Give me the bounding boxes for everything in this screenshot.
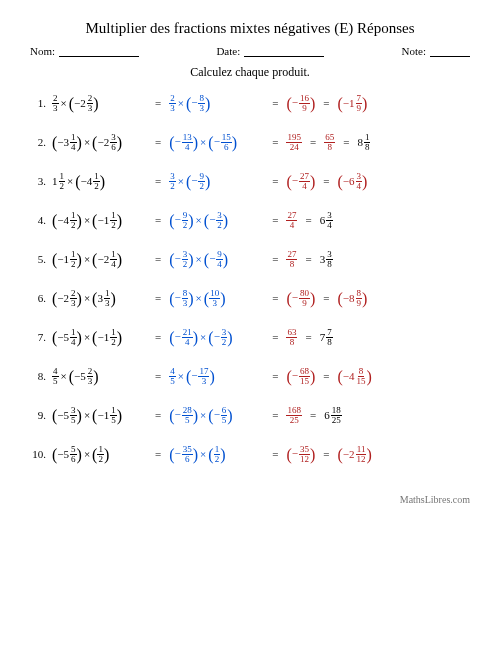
problem-row: 9.−535×−115=285×65=16825=61825: [30, 406, 470, 425]
problem-row: 4.−412×−112=92×32=274=634: [30, 211, 470, 230]
problem-number: 1.: [30, 98, 46, 109]
problem-number: 4.: [30, 215, 46, 226]
problem-number: 10.: [30, 449, 46, 460]
problem-number: 7.: [30, 332, 46, 343]
problem-row: 5.−112×−214=32×94=278=338: [30, 250, 470, 269]
problem-row: 2.−314×−236=134×156=19524=658=818: [30, 133, 470, 152]
problem-row: 8.45×−523=45×173=6815=−4815: [30, 367, 470, 386]
problem-row: 3.112×−412=32×92=274=−634: [30, 172, 470, 191]
problem-number: 2.: [30, 137, 46, 148]
note-field: Note:: [402, 45, 470, 57]
instruction: Calculez chaque produit.: [30, 65, 470, 80]
problem-number: 8.: [30, 371, 46, 382]
date-line: [244, 56, 324, 57]
problem-row: 7.−514×−112=214×32=638=778: [30, 328, 470, 347]
problem-number: 6.: [30, 293, 46, 304]
date-field: Date:: [216, 45, 324, 57]
date-label: Date:: [216, 45, 240, 57]
problem-row: 1.23×−223=23×83=169=−179: [30, 94, 470, 113]
problem-row: 10.−556×12=356×12=3512=−21112: [30, 445, 470, 464]
note-line: [430, 56, 470, 57]
header-fields: Nom: Date: Note:: [30, 45, 470, 57]
name-field: Nom:: [30, 45, 139, 57]
problem-row: 6.−223×313=83×103=809=−889: [30, 289, 470, 308]
name-line: [59, 56, 139, 57]
problem-number: 3.: [30, 176, 46, 187]
problem-list: 1.23×−223=23×83=169=−1792.−314×−236=134×…: [30, 94, 470, 464]
problem-number: 5.: [30, 254, 46, 265]
problem-number: 9.: [30, 410, 46, 421]
name-label: Nom:: [30, 45, 55, 57]
note-label: Note:: [402, 45, 426, 57]
footer: MathsLibres.com: [30, 494, 470, 505]
page-title: Multiplier des fractions mixtes négative…: [30, 20, 470, 37]
